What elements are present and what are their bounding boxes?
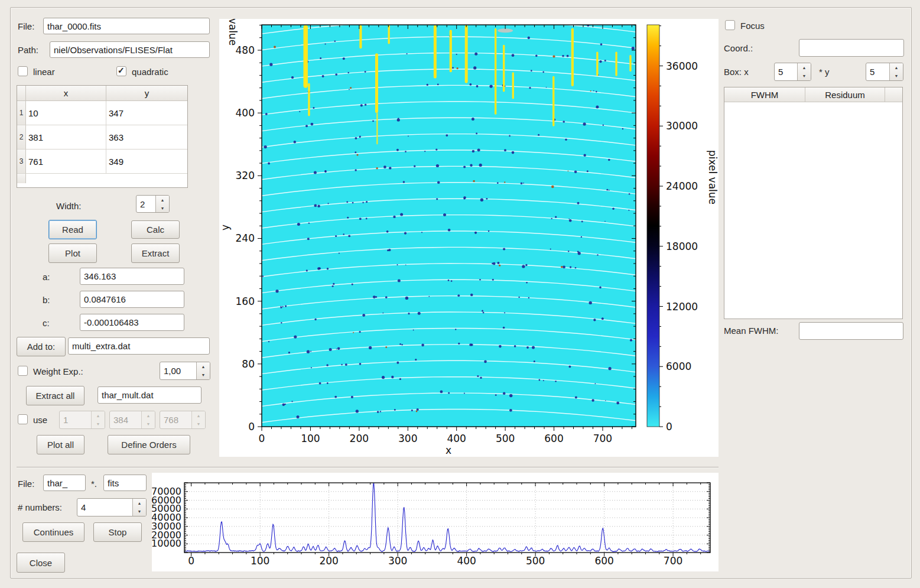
svg-text:100: 100 (251, 555, 269, 567)
batch-file-ext-input[interactable] (103, 475, 147, 491)
weight-exp-spinner[interactable]: 1,00 ▲▼ (160, 362, 210, 380)
linear-label: linear (33, 67, 55, 77)
add-to-input[interactable] (68, 337, 210, 355)
path-label: Path: (18, 45, 38, 55)
mean-fwhm-input[interactable] (799, 322, 903, 340)
svg-text:80: 80 (242, 358, 255, 370)
svg-text:400: 400 (457, 555, 476, 567)
quadratic-checkbox[interactable]: ✓ (116, 66, 126, 76)
column-header-y[interactable]: y (106, 86, 187, 101)
spin-down-icon[interactable]: ▼ (798, 72, 811, 81)
spin-up-icon: ▲ (192, 411, 205, 420)
width-spinner[interactable]: 2 ▲▼ (136, 195, 170, 213)
box-y-spinner[interactable]: 5 ▲▼ (866, 63, 903, 81)
path-input[interactable] (50, 41, 210, 58)
spin-down-icon: ▼ (142, 420, 155, 429)
spin-up-icon: ▲ (92, 411, 105, 420)
read-button[interactable]: Read (48, 220, 97, 239)
svg-text:0: 0 (666, 421, 672, 433)
use-checkbox[interactable]: ✓ (18, 414, 28, 424)
spin-up-icon[interactable]: ▲ (156, 196, 169, 204)
svg-text:500: 500 (496, 433, 515, 444)
spin-up-icon[interactable]: ▲ (197, 362, 210, 371)
svg-text:400: 400 (447, 433, 466, 444)
main-plot-canvas[interactable]: 0100200300400500600700080160240320400480… (219, 19, 719, 457)
b-input[interactable] (80, 291, 184, 308)
column-header-residuum[interactable]: Residuum (805, 87, 885, 102)
a-input[interactable] (80, 268, 184, 285)
svg-text:600: 600 (594, 555, 613, 567)
extract-all-input[interactable] (97, 386, 201, 404)
box-label: Box: x (724, 67, 749, 77)
batch-file-prefix-input[interactable] (43, 475, 86, 491)
c-input[interactable] (80, 314, 184, 331)
stop-button[interactable]: Stop (93, 522, 142, 542)
calc-button[interactable]: Calc (131, 220, 180, 239)
svg-text:700: 700 (664, 555, 682, 567)
table-row[interactable]: 1 10 347 (17, 101, 187, 125)
file-label: File: (18, 21, 34, 31)
column-header-x[interactable]: x (26, 86, 106, 101)
check-icon: ✓ (118, 66, 126, 75)
svg-text:0: 0 (259, 433, 265, 444)
spin-up-icon: ▲ (142, 411, 155, 420)
corner-header (17, 86, 26, 101)
spin-up-icon[interactable]: ▲ (890, 63, 903, 72)
empty-row-header (17, 174, 26, 183)
spin-down-icon: ▼ (192, 420, 205, 429)
numbers-spinner[interactable]: 4 ▲▼ (77, 498, 147, 516)
plot-all-button[interactable]: Plot all (37, 435, 84, 454)
quadratic-label: quadratic (132, 67, 168, 77)
spin-down-icon[interactable]: ▼ (156, 204, 169, 212)
echelle-frame-heatmap[interactable]: 0100200300400500600700080160240320400480… (219, 19, 719, 457)
svg-text:6000: 6000 (666, 360, 691, 372)
plot-button[interactable]: Plot (48, 243, 97, 263)
define-orders-button[interactable]: Define Orders (108, 435, 190, 454)
svg-text:200: 200 (350, 433, 369, 444)
points-table[interactable]: x y 1 10 347 2 381 363 3 761 349 (17, 85, 188, 188)
use-start-spinner: 1 ▲▼ (59, 411, 105, 429)
svg-text:0: 0 (188, 555, 194, 567)
spin-down-icon[interactable]: ▼ (197, 371, 210, 380)
coord-input[interactable] (799, 39, 904, 57)
spin-up-icon[interactable]: ▲ (798, 63, 811, 72)
focus-label: Focus (740, 21, 765, 31)
svg-text:480: 480 (236, 44, 255, 56)
weight-exp-checkbox[interactable]: ✓ (18, 366, 28, 376)
spin-down-icon[interactable]: ▼ (890, 72, 903, 81)
spin-down-icon[interactable]: ▼ (133, 508, 146, 516)
svg-text:70000: 70000 (152, 486, 181, 497)
close-button[interactable]: Close (17, 553, 65, 573)
empty-header (885, 87, 902, 102)
table-row[interactable]: 2 381 363 (17, 125, 187, 150)
table-row[interactable]: 3 761 349 (17, 150, 187, 174)
svg-text:30000: 30000 (666, 120, 698, 132)
svg-text:300: 300 (398, 433, 417, 444)
spectrum-canvas[interactable]: 0100200300400500600700100002000030000400… (152, 473, 719, 571)
results-table[interactable]: FWHM Residuum (724, 87, 903, 319)
box-x-spinner[interactable]: 5 ▲▼ (774, 63, 811, 81)
spin-up-icon[interactable]: ▲ (133, 499, 146, 508)
column-header-fwhm[interactable]: FWHM (724, 87, 805, 102)
spectrum-line-plot[interactable]: 0100200300400500600700100002000030000400… (152, 473, 719, 571)
horizontal-separator (17, 467, 719, 467)
file-input[interactable] (43, 18, 210, 34)
continues-button[interactable]: Continues (22, 522, 84, 542)
svg-text:12000: 12000 (666, 301, 698, 313)
add-to-button[interactable]: Add to: (17, 337, 66, 356)
use-label: use (33, 415, 47, 425)
spin-down-icon: ▼ (92, 420, 105, 429)
coord-label: Coord.: (724, 43, 753, 53)
b-label: b: (43, 295, 50, 305)
svg-text:100: 100 (301, 433, 320, 444)
svg-text:400: 400 (236, 107, 255, 119)
svg-text:pixel value: pixel value (707, 150, 719, 204)
extract-button[interactable]: Extract (131, 243, 180, 263)
linear-checkbox[interactable]: ✓ (18, 66, 28, 76)
svg-text:600: 600 (544, 433, 563, 444)
focus-checkbox[interactable]: ✓ (725, 20, 735, 30)
svg-text:18000: 18000 (666, 241, 698, 252)
svg-text:300: 300 (388, 555, 407, 567)
svg-text:value: value (227, 19, 239, 46)
extract-all-button[interactable]: Extract all (26, 386, 84, 405)
